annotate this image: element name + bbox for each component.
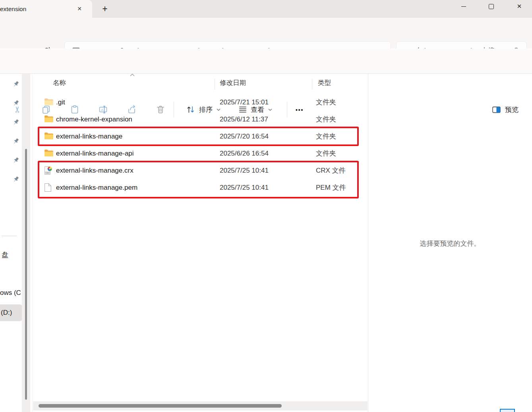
column-divider[interactable] <box>215 79 215 90</box>
column-header-date-modified[interactable]: 修改日期 <box>220 79 246 87</box>
file-type-label: 文件夹 <box>316 111 336 128</box>
maximize-icon <box>489 4 494 9</box>
column-header-name[interactable]: 名称 <box>53 79 66 87</box>
pushpin-icon <box>12 80 20 89</box>
column-header-type[interactable]: 类型 <box>318 79 331 87</box>
navigation-bar: ↑ › ⋯ 3_projects › personal › browser-ex… <box>0 18 532 48</box>
preview-empty-message: 选择要预览的文件。 <box>368 239 532 248</box>
maximize-button[interactable] <box>482 0 500 13</box>
file-name-label: .git <box>56 94 65 111</box>
sidebar-item-drive-d[interactable]: (D:) <box>0 304 22 321</box>
sidebar-pinned-item[interactable] <box>12 137 20 146</box>
pushpin-icon <box>12 175 20 184</box>
sidebar-pinned-item[interactable] <box>12 99 20 108</box>
sort-ascending-caret-icon <box>130 73 135 77</box>
file-date-label: 2025/6/26 16:54 <box>220 145 269 162</box>
pushpin-icon <box>12 118 20 127</box>
minimize-button[interactable] <box>455 0 473 13</box>
tab-title: extension <box>0 0 26 18</box>
pushpin-icon <box>12 156 20 165</box>
column-divider[interactable] <box>312 79 312 90</box>
file-explorer-window: extension ✕ + ✕ ↑ › ⋯ 3_projects › perso… <box>0 0 532 412</box>
sidebar-item-disk[interactable]: 盘 <box>2 250 8 260</box>
file-date-label: 2025/7/21 15:01 <box>220 94 269 111</box>
sidebar-pinned-item[interactable] <box>12 80 20 89</box>
close-window-button[interactable]: ✕ <box>510 0 528 13</box>
annotation-box <box>38 161 359 198</box>
file-name-label: chrome-kernel-expansion <box>56 111 132 128</box>
drive-d-label: (D:) <box>1 309 12 317</box>
file-type-label: 文件夹 <box>316 145 336 162</box>
file-row[interactable]: chrome-kernel-expansion 2025/6/12 11:37 … <box>33 111 368 128</box>
pushpin-icon <box>12 99 20 108</box>
pane-divider <box>32 74 33 412</box>
horizontal-scrollbar-thumb[interactable] <box>39 404 282 408</box>
partial-blue-element <box>500 409 515 412</box>
file-name-label: external-links-manage-api <box>56 145 134 162</box>
minimize-icon <box>461 6 466 7</box>
sidebar-divider <box>2 236 17 236</box>
file-type-label: 文件夹 <box>316 94 336 111</box>
sidebar-pinned-item[interactable] <box>12 175 20 184</box>
file-row[interactable]: .git 2025/7/21 15:01 文件夹 <box>33 94 368 111</box>
tab-close-button[interactable]: ✕ <box>74 3 85 14</box>
folder-icon <box>44 98 54 106</box>
file-row[interactable]: external-links-manage-api 2025/6/26 16:5… <box>33 145 368 162</box>
sidebar-pinned-item[interactable] <box>12 156 20 165</box>
sidebar-item-drive-c[interactable]: ows (C <box>0 289 21 297</box>
folder-icon <box>44 115 54 123</box>
annotation-box <box>38 127 359 146</box>
active-tab[interactable]: extension ✕ <box>0 0 92 18</box>
sidebar-scrollbar-thumb[interactable] <box>25 149 27 400</box>
folder-icon <box>44 149 54 157</box>
tab-bar: extension ✕ + ✕ <box>0 0 532 18</box>
preview-pane: 选择要预览的文件。 <box>368 74 532 412</box>
sidebar-pinned-item[interactable] <box>12 118 20 127</box>
file-date-label: 2025/6/12 11:37 <box>220 111 268 128</box>
new-tab-button[interactable]: + <box>99 3 111 15</box>
pushpin-icon <box>12 137 20 146</box>
command-bar: ✂ A <box>0 48 532 74</box>
